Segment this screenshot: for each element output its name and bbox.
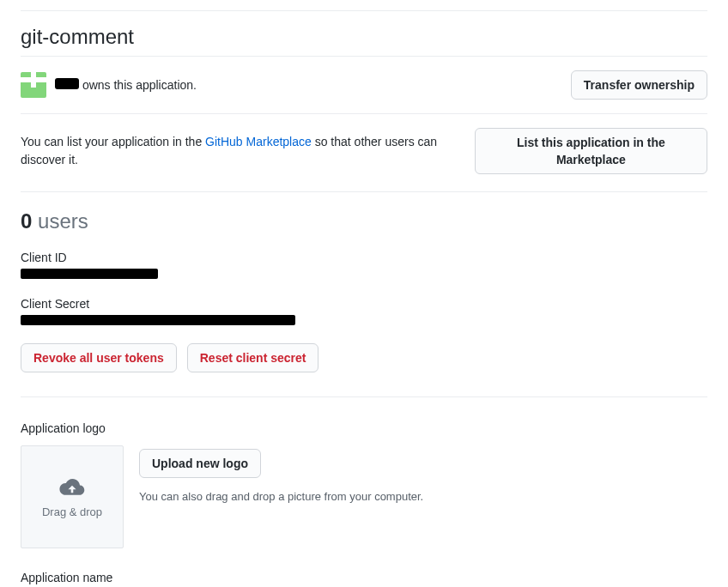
client-secret-label: Client Secret (21, 297, 707, 311)
application-name-label: Application name (21, 571, 707, 584)
client-secret-block: Client Secret (21, 297, 707, 328)
upload-logo-button[interactable]: Upload new logo (139, 449, 261, 478)
marketplace-prefix: You can list your application in the (21, 135, 205, 148)
client-secret-value-redacted (21, 315, 295, 325)
owner-name-redacted (55, 78, 79, 89)
owner-text: owns this application. (55, 78, 197, 92)
reset-secret-button[interactable]: Reset client secret (187, 343, 319, 372)
users-count: 0 users (21, 209, 707, 233)
logo-row: Drag & drop Upload new logo You can also… (21, 445, 707, 548)
danger-button-row: Revoke all user tokens Reset client secr… (21, 343, 707, 397)
list-marketplace-button[interactable]: List this application in the Marketplace (475, 128, 707, 174)
owns-application-text: owns this application. (79, 78, 197, 92)
users-label: users (32, 209, 88, 233)
ownership-row: owns this application. Transfer ownershi… (21, 70, 707, 114)
owner-info: owns this application. (21, 72, 197, 98)
dropzone-label: Drag & drop (42, 505, 102, 518)
users-number: 0 (21, 209, 32, 233)
owner-avatar (21, 72, 46, 98)
marketplace-text: You can list your application in the Git… (21, 133, 468, 169)
logo-controls: Upload new logo You can also drag and dr… (139, 445, 423, 503)
marketplace-row: You can list your application in the Git… (21, 128, 707, 192)
transfer-ownership-button[interactable]: Transfer ownership (571, 70, 707, 100)
logo-dropzone[interactable]: Drag & drop (21, 445, 124, 548)
client-id-value-redacted (21, 269, 158, 279)
revoke-tokens-button[interactable]: Revoke all user tokens (21, 343, 177, 372)
logo-hint: You can also drag and drop a picture fro… (139, 490, 423, 503)
github-marketplace-link[interactable]: GitHub Marketplace (205, 135, 312, 148)
application-logo-label: Application logo (21, 421, 707, 435)
client-id-block: Client ID (21, 251, 707, 281)
client-id-label: Client ID (21, 251, 707, 264)
cloud-upload-icon (58, 475, 86, 500)
page-title: git-comment (21, 25, 707, 57)
top-divider (21, 10, 707, 11)
